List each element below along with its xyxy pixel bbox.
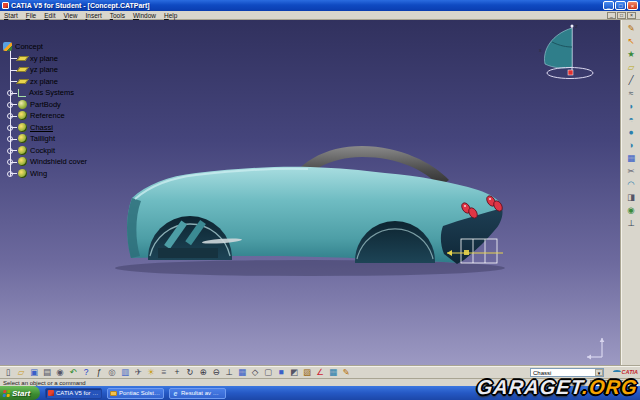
restore-button[interactable]: □ bbox=[615, 1, 626, 10]
car-model-scene[interactable]: z x bbox=[0, 20, 621, 366]
open-folder-icon[interactable]: ▱ bbox=[15, 367, 27, 378]
tree-item-yz-plane[interactable]: yz plane bbox=[3, 64, 87, 76]
expander-icon[interactable] bbox=[7, 113, 13, 119]
menu-insert[interactable]: Insert bbox=[85, 12, 101, 19]
select-arrow-icon[interactable]: ↖ bbox=[625, 36, 637, 47]
rotate-icon[interactable]: ↻ bbox=[184, 367, 196, 378]
grid-icon[interactable]: ▦ bbox=[327, 367, 339, 378]
expander-icon[interactable] bbox=[7, 171, 13, 177]
revolve-surface-icon[interactable]: ◓ bbox=[625, 114, 637, 125]
taskbar-item-catia[interactable]: CATIA V5 for Student... bbox=[45, 388, 102, 399]
symmetry-icon[interactable]: ◨ bbox=[625, 192, 637, 203]
sketch-tools-icon[interactable]: ✎ bbox=[340, 367, 352, 378]
title-bar: CATIA V5 for Student - [Concept.CATPart]… bbox=[0, 0, 640, 11]
save-icon[interactable]: ▣ bbox=[28, 367, 40, 378]
join-icon[interactable]: ▦ bbox=[625, 153, 637, 164]
tree-item-partbody[interactable]: PartBody bbox=[3, 99, 87, 111]
menu-view[interactable]: View bbox=[63, 12, 77, 19]
iso-view-icon[interactable]: ◇ bbox=[249, 367, 261, 378]
print-icon[interactable]: ▤ bbox=[41, 367, 53, 378]
formula-icon[interactable]: ƒ bbox=[93, 367, 105, 378]
light-source-icon[interactable]: ☀ bbox=[145, 367, 157, 378]
taskbar-item-pontiac-folder[interactable]: Pontiac Solstice SD-... bbox=[107, 388, 164, 399]
body-icon bbox=[18, 157, 27, 166]
smart-pick-icon[interactable]: ★ bbox=[625, 49, 637, 60]
chevron-down-icon[interactable]: ▾ bbox=[595, 369, 603, 376]
menu-start[interactable]: Start bbox=[4, 12, 18, 19]
measure-icon[interactable]: ∠ bbox=[314, 367, 326, 378]
close-button[interactable]: × bbox=[627, 1, 638, 10]
taskbar-item-browser[interactable]: e Resultat av Googles ... bbox=[169, 388, 226, 399]
menu-help[interactable]: Help bbox=[164, 12, 177, 19]
expander-icon[interactable] bbox=[7, 90, 13, 96]
3d-viewport[interactable]: z x Concept xy plane bbox=[0, 20, 621, 366]
tree-item-chassi[interactable]: Chassi bbox=[3, 122, 87, 134]
menu-tools[interactable]: Tools bbox=[110, 12, 125, 19]
normal-view-icon[interactable]: ⊥ bbox=[223, 367, 235, 378]
menu-file[interactable]: File bbox=[26, 12, 37, 19]
fly-mode-icon[interactable]: ✈ bbox=[132, 367, 144, 378]
statistics-icon[interactable]: ≡ bbox=[158, 367, 170, 378]
multi-view-icon[interactable]: ▦ bbox=[236, 367, 248, 378]
pan-icon[interactable]: + bbox=[171, 367, 183, 378]
tree-item-zx-plane[interactable]: zx plane bbox=[3, 76, 87, 88]
mdi-minimize-button[interactable]: _ bbox=[607, 12, 616, 19]
part-number-combo[interactable]: Chassi ▾ bbox=[530, 368, 604, 377]
tree-item-reference[interactable]: Reference bbox=[3, 110, 87, 122]
analysis-icon[interactable]: ◉ bbox=[625, 205, 637, 216]
plane-icon bbox=[16, 67, 29, 72]
under-sill bbox=[158, 248, 218, 258]
tree-item-concept[interactable]: Concept bbox=[3, 41, 87, 53]
specification-tree: Concept xy plane yz plane zx plane Axis … bbox=[3, 41, 87, 179]
extrude-surface-icon[interactable]: ◗ bbox=[625, 101, 637, 112]
new-document-icon[interactable]: ▯ bbox=[2, 367, 14, 378]
offset-surface-icon[interactable]: ◑ bbox=[625, 140, 637, 151]
tree-item-windshield-cover[interactable]: Windshield cover bbox=[3, 156, 87, 168]
expander-icon[interactable] bbox=[7, 148, 13, 154]
tree-item-wing[interactable]: Wing bbox=[3, 168, 87, 180]
catia-brand-logo: CATIA bbox=[613, 369, 638, 375]
expander-icon[interactable] bbox=[7, 102, 13, 108]
body-icon bbox=[18, 134, 27, 143]
mdi-restore-button[interactable]: □ bbox=[617, 12, 626, 19]
screen-tile-icon[interactable]: ▥ bbox=[119, 367, 131, 378]
wireframe-mode-icon[interactable]: ▢ bbox=[262, 367, 274, 378]
expander-icon[interactable] bbox=[7, 125, 13, 131]
car-shadow bbox=[115, 260, 505, 276]
menu-window[interactable]: Window bbox=[133, 12, 156, 19]
right-toolbar: ✎↖★▱╱≈◗◓●◑▦✂◠◨◉⊥ bbox=[621, 20, 640, 366]
undo-icon[interactable]: ↶ bbox=[67, 367, 79, 378]
plane-icon bbox=[16, 79, 29, 84]
tree-item-xy-plane[interactable]: xy plane bbox=[3, 53, 87, 65]
zoom-in-icon[interactable]: ⊕ bbox=[197, 367, 209, 378]
shaded-mode-icon[interactable]: ■ bbox=[275, 367, 287, 378]
minimize-button[interactable]: _ bbox=[603, 1, 614, 10]
expander-icon[interactable] bbox=[7, 159, 13, 165]
zoom-out-icon[interactable]: ⊖ bbox=[210, 367, 222, 378]
tree-item-taillight[interactable]: Taillight bbox=[3, 133, 87, 145]
constraint-icon[interactable]: ⊥ bbox=[625, 218, 637, 229]
compass[interactable]: z x bbox=[539, 23, 593, 79]
camera-capture-icon[interactable]: ◉ bbox=[54, 367, 66, 378]
sketcher-icon[interactable]: ✎ bbox=[625, 23, 637, 34]
internet-explorer-icon: e bbox=[172, 390, 179, 397]
expander-icon[interactable] bbox=[7, 136, 13, 142]
status-bar: Select an object or a command bbox=[0, 378, 640, 386]
menu-edit[interactable]: Edit bbox=[44, 12, 55, 19]
tree-item-axis-systems[interactable]: Axis Systems bbox=[3, 87, 87, 99]
start-button[interactable]: Start bbox=[0, 386, 40, 400]
render-style-icon[interactable]: ◩ bbox=[288, 367, 300, 378]
spline-icon[interactable]: ≈ bbox=[625, 88, 637, 99]
line-icon[interactable]: ╱ bbox=[625, 75, 637, 86]
sphere-surface-icon[interactable]: ● bbox=[625, 127, 637, 138]
message-icon[interactable]: ◎ bbox=[106, 367, 118, 378]
plane-icon[interactable]: ▱ bbox=[625, 62, 637, 73]
trim-icon[interactable]: ✂ bbox=[625, 166, 637, 177]
tree-item-cockpit[interactable]: Cockpit bbox=[3, 145, 87, 157]
fillet-surface-icon[interactable]: ◠ bbox=[625, 179, 637, 190]
folder-icon bbox=[110, 391, 117, 396]
windows-logo-icon bbox=[3, 390, 11, 397]
help-icon[interactable]: ? bbox=[80, 367, 92, 378]
mdi-close-button[interactable]: × bbox=[627, 12, 636, 19]
catalog-icon[interactable]: ▨ bbox=[301, 367, 313, 378]
